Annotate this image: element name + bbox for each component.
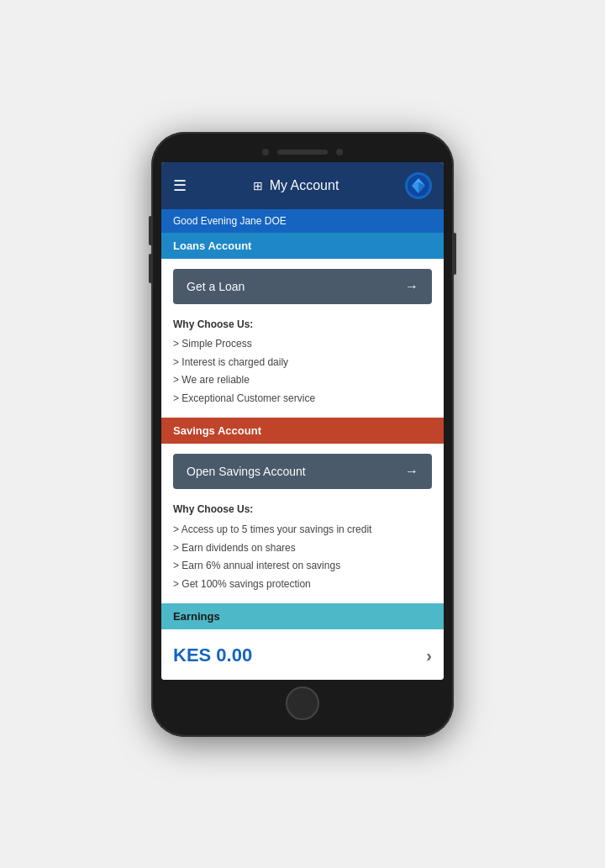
speaker-grille: [277, 150, 328, 155]
savings-reason-4: > Get 100% savings protection: [173, 576, 432, 594]
loans-why-choose: Why Choose Us: > Simple Process > Intere…: [173, 308, 432, 408]
volume-down-button: [149, 254, 152, 283]
earnings-amount: KES 0.00: [173, 644, 252, 666]
home-button[interactable]: [286, 687, 319, 720]
greeting-text: Good Evening Jane DOE: [173, 215, 287, 227]
earnings-section: Earnings KES 0.00 ›: [161, 603, 444, 679]
savings-reason-1: > Access up to 5 times your savings in c…: [173, 521, 432, 539]
phone-screen: ☰ ⊞ My Account Good Evening Jane DOE: [161, 162, 444, 680]
savings-section: Savings Account Open Savings Account → W…: [161, 418, 444, 603]
savings-why-choose: Why Choose Us: > Access up to 5 times yo…: [173, 492, 432, 593]
phone-top-bar: [161, 149, 444, 155]
savings-reason-2: > Earn dividends on shares: [173, 539, 432, 558]
savings-section-header: Savings Account: [161, 418, 444, 444]
open-savings-arrow-icon: →: [405, 464, 418, 479]
volume-up-button: [149, 216, 152, 245]
grid-icon: ⊞: [253, 179, 263, 192]
loans-reason-3: > We are reliable: [173, 371, 432, 390]
loans-section-header: Loans Account: [161, 233, 444, 259]
phone-bottom-bar: [161, 687, 444, 720]
loans-section-body: Get a Loan → Why Choose Us: > Simple Pro…: [161, 259, 444, 418]
header-title-area: ⊞ My Account: [253, 178, 339, 193]
get-loan-button[interactable]: Get a Loan →: [173, 269, 432, 304]
savings-section-body: Open Savings Account → Why Choose Us: > …: [161, 444, 444, 603]
earnings-section-header: Earnings: [161, 603, 444, 629]
open-savings-label: Open Savings Account: [187, 465, 306, 478]
savings-why-choose-title: Why Choose Us:: [173, 501, 432, 519]
phone-device: ☰ ⊞ My Account Good Evening Jane DOE: [151, 132, 454, 737]
app-logo[interactable]: [405, 172, 432, 199]
loans-reason-2: > Interest is charged daily: [173, 354, 432, 372]
hamburger-menu-icon[interactable]: ☰: [173, 176, 187, 195]
get-loan-label: Get a Loan: [187, 280, 245, 293]
front-camera: [262, 149, 269, 155]
power-button: [453, 233, 456, 275]
header-title: My Account: [270, 178, 339, 193]
earnings-arrow-icon: ›: [426, 646, 432, 665]
earnings-row[interactable]: KES 0.00 ›: [161, 629, 444, 679]
app-header: ☰ ⊞ My Account: [161, 162, 444, 209]
greeting-bar: Good Evening Jane DOE: [161, 209, 444, 233]
screen-content[interactable]: Loans Account Get a Loan → Why Choose Us…: [161, 233, 444, 680]
loans-section: Loans Account Get a Loan → Why Choose Us…: [161, 233, 444, 418]
loans-reason-1: > Simple Process: [173, 335, 432, 354]
loans-why-choose-title: Why Choose Us:: [173, 316, 432, 334]
sensor: [336, 149, 343, 155]
get-loan-arrow-icon: →: [405, 279, 418, 294]
savings-reason-3: > Earn 6% annual interest on savings: [173, 557, 432, 576]
loans-reason-4: > Exceptional Customer service: [173, 390, 432, 408]
open-savings-button[interactable]: Open Savings Account →: [173, 454, 432, 489]
